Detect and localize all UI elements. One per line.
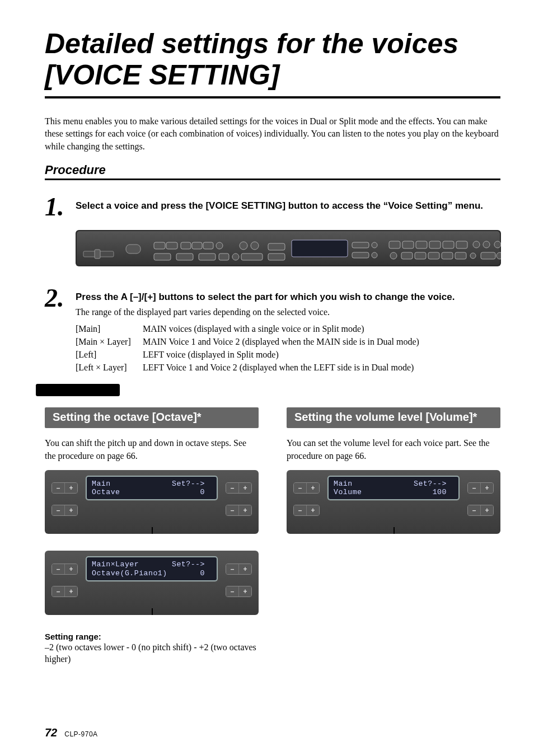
minus-button[interactable]: – — [468, 483, 481, 493]
plus-button[interactable]: + — [65, 505, 77, 515]
svg-point-35 — [390, 252, 397, 259]
procedure-heading: Procedure — [45, 163, 500, 180]
minus-button[interactable]: – — [468, 505, 481, 515]
d-minus-plus-buttons[interactable]: – + — [226, 505, 252, 516]
svg-point-16 — [240, 242, 247, 250]
d-minus-plus-buttons[interactable]: – + — [467, 505, 494, 516]
svg-rect-3 — [95, 250, 100, 259]
svg-rect-38 — [428, 252, 439, 259]
lcd-volume: – + Main Set?--> Volume 100 – + — [287, 470, 500, 534]
svg-rect-6 — [166, 242, 177, 249]
svg-rect-7 — [181, 242, 191, 249]
minus-button[interactable]: – — [294, 483, 307, 493]
b-minus-plus-buttons[interactable]: – + — [51, 586, 78, 597]
separator-bar — [36, 384, 120, 396]
volume-heading: Setting the volume level [Volume]* — [287, 407, 500, 428]
svg-point-33 — [483, 241, 490, 248]
svg-point-23 — [372, 242, 377, 248]
part-key: [Main × Layer] — [76, 335, 143, 348]
lcd-screen: Main Set?--> Octave 0 — [86, 476, 218, 500]
svg-rect-19 — [268, 243, 285, 250]
svg-rect-4 — [126, 245, 140, 253]
svg-rect-20 — [268, 253, 285, 260]
minus-button[interactable]: – — [226, 483, 239, 493]
callout-mark — [394, 527, 395, 534]
callout-mark — [152, 608, 153, 615]
octave-text: You can shift the pitch up and down in o… — [45, 437, 259, 462]
svg-rect-29 — [429, 241, 441, 248]
a-minus-plus-buttons[interactable]: – + — [51, 564, 78, 575]
footer: 72 CLP-970A — [45, 726, 98, 739]
minus-button[interactable]: – — [52, 483, 65, 493]
svg-point-25 — [372, 252, 377, 258]
setting-range-text: –2 (two octaves lower - 0 (no pitch shif… — [45, 641, 259, 665]
step-number: 1. — [45, 194, 76, 220]
minus-button[interactable]: – — [52, 505, 65, 515]
callout-mark — [152, 527, 153, 534]
minus-button[interactable]: – — [52, 586, 65, 597]
part-key: [Left × Layer] — [76, 361, 143, 374]
svg-point-34 — [494, 241, 501, 248]
a-minus-plus-buttons[interactable]: – + — [51, 482, 78, 494]
intro-paragraph: This menu enables you to make various de… — [45, 115, 500, 153]
plus-button[interactable]: + — [239, 586, 251, 597]
svg-rect-37 — [415, 252, 426, 259]
svg-rect-11 — [154, 253, 171, 260]
svg-point-15 — [232, 253, 239, 260]
page-number: 72 — [45, 726, 57, 739]
step-number: 2. — [45, 285, 76, 311]
step-1: 1. Select a voice and press the [VOICE S… — [45, 194, 500, 220]
svg-rect-27 — [402, 241, 414, 248]
lcd-octave-main: – + Main Set?--> Octave 0 – + — [45, 470, 259, 534]
svg-rect-18 — [241, 253, 263, 260]
plus-button[interactable]: + — [481, 505, 493, 515]
svg-rect-14 — [219, 253, 229, 260]
lcd-screen: Main×Layer Set?--> Octave(G.Piano1) 0 — [86, 556, 218, 581]
part-desc: MAIN voices (displayed with a single voi… — [143, 322, 500, 335]
c-minus-plus-buttons[interactable]: – + — [467, 482, 494, 494]
plus-button[interactable]: + — [307, 483, 319, 493]
svg-point-41 — [470, 253, 476, 259]
part-desc: MAIN Voice 1 and Voice 2 (displayed when… — [143, 335, 500, 348]
plus-button[interactable]: + — [239, 564, 251, 574]
svg-rect-26 — [389, 241, 400, 248]
plus-button[interactable]: + — [481, 483, 493, 493]
step-description: The range of the displayed part varies d… — [76, 306, 500, 318]
svg-rect-13 — [199, 253, 216, 260]
plus-button[interactable]: + — [239, 483, 251, 493]
octave-heading: Setting the octave [Octave]* — [45, 407, 259, 428]
svg-rect-12 — [176, 253, 193, 260]
d-minus-plus-buttons[interactable]: – + — [226, 586, 252, 597]
step-2: 2. Press the A [–]/[+] buttons to select… — [45, 285, 500, 374]
step-title: Select a voice and press the [VOICE SETT… — [76, 200, 500, 213]
a-minus-plus-buttons[interactable]: – + — [293, 482, 320, 494]
panel-svg — [76, 230, 501, 266]
plus-button[interactable]: + — [65, 586, 77, 597]
svg-rect-9 — [203, 242, 213, 249]
minus-button[interactable]: – — [52, 564, 65, 574]
svg-rect-22 — [352, 242, 369, 248]
minus-button[interactable]: – — [226, 564, 239, 574]
plus-button[interactable]: + — [307, 505, 319, 515]
c-minus-plus-buttons[interactable]: – + — [226, 482, 252, 494]
plus-button[interactable]: + — [65, 564, 77, 574]
b-minus-plus-buttons[interactable]: – + — [293, 505, 320, 516]
svg-rect-5 — [154, 242, 165, 249]
c-minus-plus-buttons[interactable]: – + — [226, 564, 252, 575]
svg-rect-31 — [456, 241, 467, 248]
minus-button[interactable]: – — [226, 586, 239, 597]
volume-section: Setting the volume level [Volume]* You c… — [287, 407, 500, 665]
plus-button[interactable]: + — [65, 483, 77, 493]
svg-point-32 — [473, 241, 480, 248]
minus-button[interactable]: – — [226, 505, 239, 515]
model-name: CLP-970A — [64, 730, 97, 738]
minus-button[interactable]: – — [294, 505, 307, 515]
plus-button[interactable]: + — [239, 505, 251, 515]
page-title: Detailed settings for the voices [VOICE … — [45, 28, 500, 98]
svg-point-17 — [251, 242, 259, 250]
svg-rect-28 — [416, 241, 427, 248]
part-desc: LEFT Voice 1 and Voice 2 (displayed when… — [143, 361, 500, 374]
svg-rect-8 — [192, 242, 202, 249]
svg-rect-36 — [401, 252, 413, 259]
b-minus-plus-buttons[interactable]: – + — [51, 505, 78, 516]
